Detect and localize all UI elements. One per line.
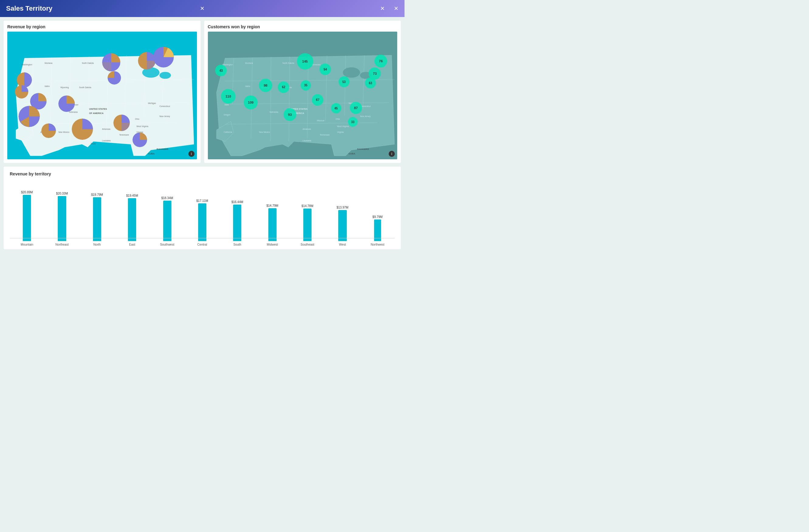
bar-group-6: $16.44MSouth — [220, 200, 254, 246]
revenue-map-container: Washington Montana North Dakota Minnesot… — [7, 32, 197, 159]
bubble-76: 76 — [374, 55, 387, 68]
svg-text:New Mexico: New Mexico — [259, 131, 270, 133]
bubble-63: 63 — [365, 78, 376, 88]
svg-text:South Dakota: South Dakota — [79, 86, 91, 88]
svg-text:Tennessee: Tennessee — [119, 134, 129, 136]
customers-map-info[interactable]: i — [389, 151, 395, 157]
bar-value-8: $14.78M — [302, 204, 313, 208]
header-icon-2[interactable]: ✕ — [394, 5, 398, 12]
svg-text:Arkansas: Arkansas — [102, 128, 110, 130]
bar-value-5: $17.11M — [196, 199, 208, 203]
bubble-62: 62 — [278, 82, 289, 93]
bar-rect-8 — [303, 208, 311, 241]
revenue-map-panel: Revenue by region — [4, 21, 201, 163]
svg-text:Connecticut: Connecticut — [159, 105, 170, 107]
customers-map-svg: Washington Montana North Dakota Minnesot… — [208, 32, 397, 159]
svg-text:Texas: Texas — [90, 142, 96, 145]
svg-text:Montana: Montana — [245, 62, 253, 64]
bubble-35: 35 — [300, 80, 311, 90]
bar-rect-9 — [338, 210, 346, 241]
revenue-map-title: Revenue by region — [7, 24, 197, 29]
bar-group-3: $19.45MEast — [115, 194, 149, 246]
bar-value-9: $13.97M — [337, 206, 348, 209]
svg-point-65 — [343, 67, 360, 78]
bar-value-1: $20.33M — [56, 192, 68, 195]
center-icon: ✕ — [200, 5, 205, 12]
pie-california — [19, 106, 40, 127]
bar-value-7: $14.79M — [266, 204, 278, 207]
bar-label-9: West — [339, 243, 346, 246]
bar-group-5: $17.11MCentral — [185, 199, 220, 246]
bar-group-8: $14.78MSoutheast — [290, 204, 325, 246]
chart-baseline — [10, 238, 395, 238]
svg-text:Idaho: Idaho — [45, 85, 50, 87]
bar-value-3: $19.45M — [126, 194, 138, 197]
bubble-53: 53 — [339, 76, 349, 87]
pie-northeast — [153, 47, 174, 68]
bubble-110: 110 — [221, 89, 236, 104]
bar-label-0: Mountain — [21, 243, 33, 246]
header-icon-1[interactable]: ✕ — [380, 5, 385, 12]
svg-text:Tennessee: Tennessee — [320, 134, 329, 136]
svg-text:West Virginia: West Virginia — [337, 125, 349, 128]
svg-text:BAHAMAS: BAHAMAS — [156, 148, 168, 151]
svg-text:West Virginia: West Virginia — [136, 125, 148, 128]
pie-southeast — [113, 115, 130, 131]
customers-map-title: Customers won by region — [208, 24, 397, 29]
svg-text:Oregon: Oregon — [223, 114, 230, 116]
svg-text:Louisiana: Louisiana — [102, 139, 111, 142]
bar-rect-3 — [128, 198, 136, 241]
bar-value-2: $19.79M — [91, 193, 103, 196]
svg-text:Michigan: Michigan — [148, 102, 156, 105]
bar-label-3: East — [129, 243, 135, 246]
bar-value-0: $20.89M — [21, 191, 33, 194]
customers-map-container: Washington Montana North Dakota Minnesot… — [208, 32, 397, 159]
bar-label-5: Central — [197, 243, 207, 246]
svg-text:Arkansas: Arkansas — [303, 128, 311, 130]
bar-chart-area: $20.89MMountain$20.33MNortheast$19.79MNo… — [10, 179, 395, 246]
svg-text:UNITED STATES: UNITED STATES — [89, 108, 107, 110]
svg-text:Nebraska: Nebraska — [270, 111, 278, 113]
bar-group-9: $13.97MWest — [325, 206, 360, 246]
bar-rect-6 — [233, 205, 241, 241]
bubble-145: 145 — [297, 53, 313, 70]
svg-text:Iowa: Iowa — [224, 104, 228, 106]
bar-label-4: Southwest — [160, 243, 174, 246]
svg-text:Montana: Montana — [45, 62, 53, 64]
app-title: Sales Territory — [6, 4, 52, 13]
bar-rect-7 — [268, 208, 277, 241]
svg-text:Louisiana: Louisiana — [303, 139, 311, 142]
header-icons: ✕ ✕ — [380, 5, 398, 12]
bubble-87: 87 — [350, 102, 362, 114]
bubble-45: 45 — [331, 103, 341, 114]
svg-text:California: California — [223, 131, 232, 133]
bar-group-7: $14.79MMidwest — [255, 204, 290, 246]
bar-rect-1 — [58, 196, 66, 241]
bubble-98: 98 — [259, 79, 272, 92]
svg-text:New Jersey: New Jersey — [159, 115, 170, 118]
svg-point-12 — [159, 72, 171, 79]
pie-minnesota — [102, 53, 120, 71]
bar-label-2: North — [93, 243, 101, 246]
bar-chart: $20.89MMountain$20.33MNortheast$19.79MNo… — [10, 179, 395, 246]
svg-text:CUBA: CUBA — [348, 152, 355, 155]
bar-label-6: South — [234, 243, 241, 246]
pie-colorado — [58, 96, 75, 112]
revenue-map-info[interactable]: i — [188, 151, 194, 157]
pie-texas — [72, 119, 93, 140]
bar-label-10: Northwest — [371, 243, 384, 246]
main-content: Revenue by region — [0, 17, 404, 253]
bubble-93: 93 — [283, 108, 296, 121]
revenue-territory-title: Revenue by territory — [10, 171, 395, 176]
svg-text:Wyoming: Wyoming — [61, 86, 69, 89]
svg-text:New Jersey: New Jersey — [360, 115, 371, 118]
bar-group-10: $9.79MNorthwest — [360, 215, 395, 246]
bubble-109: 109 — [244, 96, 258, 109]
svg-text:CUBA: CUBA — [148, 152, 155, 155]
bar-rect-5 — [198, 203, 206, 241]
top-row: Revenue by region — [4, 21, 401, 163]
bar-label-7: Midwest — [267, 243, 278, 246]
svg-text:OF AMERICA: OF AMERICA — [89, 112, 104, 115]
bar-label-8: Southeast — [300, 243, 314, 246]
bar-label-1: Northeast — [55, 243, 68, 246]
